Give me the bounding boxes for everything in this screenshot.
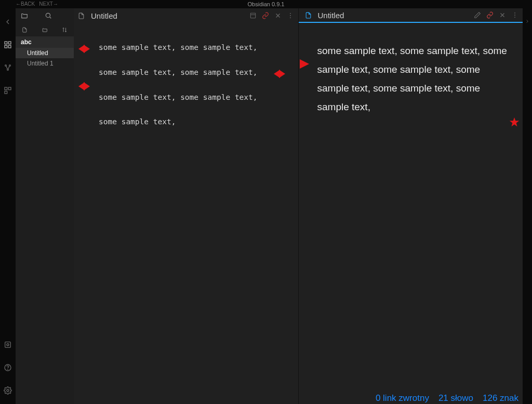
editor-line[interactable]: some sample text, some sample text, — [99, 67, 293, 79]
status-backlinks[interactable]: 0 link zwrotny — [376, 393, 429, 403]
svg-line-7 — [6, 66, 8, 69]
svg-rect-11 — [5, 91, 7, 94]
svg-rect-1 — [8, 42, 11, 44]
annotation-arrow — [300, 59, 309, 69]
right-ribbon — [523, 8, 532, 404]
editor-header: Untitled — [74, 8, 298, 23]
file-explorer: abc Untitled Untitled 1 — [16, 8, 74, 404]
chevron-right-icon[interactable] — [525, 19, 530, 24]
more-options-icon[interactable] — [511, 11, 518, 19]
file-item[interactable]: Untitled — [16, 48, 74, 58]
editor-body[interactable]: some sample text, some sample text, some… — [74, 23, 298, 404]
preview-text: some sample text, some sample text, some… — [299, 23, 523, 122]
preview-header: Untitled — [299, 8, 523, 23]
left-ribbon — [0, 8, 16, 404]
svg-rect-3 — [8, 45, 11, 48]
close-pane-icon[interactable] — [274, 12, 282, 19]
svg-point-6 — [7, 69, 9, 71]
close-pane-icon[interactable] — [499, 11, 506, 19]
svg-point-13 — [7, 344, 9, 346]
svg-rect-12 — [5, 342, 11, 348]
svg-point-30 — [514, 17, 515, 18]
files-tab-icon[interactable] — [21, 12, 28, 19]
title-bar: ←BACK NEXT→ Obsidian 0.9.1 — [0, 0, 532, 8]
search-tab-icon[interactable] — [45, 12, 52, 19]
preview-mode-icon[interactable] — [249, 12, 257, 19]
command-palette-icon[interactable] — [4, 86, 12, 95]
link-pane-icon[interactable] — [262, 12, 269, 19]
nav-next[interactable]: NEXT→ — [39, 1, 58, 7]
editor-line[interactable]: some sample text, some sample text, — [99, 42, 293, 54]
vault-icon[interactable] — [4, 341, 12, 349]
more-options-icon[interactable] — [287, 12, 294, 19]
editor-line[interactable]: some sample text, some sample text, — [99, 92, 293, 104]
svg-point-23 — [290, 13, 291, 14]
preview-body[interactable]: some sample text, some sample text, some… — [299, 23, 523, 404]
svg-rect-0 — [5, 42, 7, 44]
svg-point-24 — [290, 15, 291, 16]
status-words: 21 słowo — [438, 393, 473, 403]
settings-icon[interactable] — [4, 386, 12, 395]
document-icon — [78, 12, 85, 19]
status-bar: 0 link zwrotny 21 słowo 126 znak — [376, 393, 518, 404]
file-item[interactable]: Untitled 1 — [16, 58, 74, 69]
app-title: Obsidian 0.9.1 — [248, 1, 285, 7]
edit-mode-icon[interactable] — [474, 11, 481, 19]
svg-point-15 — [8, 369, 8, 370]
document-icon — [305, 12, 312, 19]
nav-back[interactable]: ←BACK — [16, 1, 35, 7]
svg-point-25 — [290, 17, 291, 18]
new-folder-icon[interactable] — [42, 27, 48, 33]
annotation-star — [509, 116, 520, 128]
help-icon[interactable] — [4, 363, 12, 372]
svg-line-18 — [50, 17, 51, 19]
svg-point-17 — [46, 13, 50, 17]
svg-point-28 — [514, 12, 515, 14]
chevron-left-icon[interactable] — [4, 18, 12, 26]
workspace: Untitled some sample text, some — [74, 8, 523, 404]
svg-rect-9 — [5, 87, 7, 90]
graph-icon[interactable] — [4, 63, 12, 72]
quick-switcher-icon[interactable] — [4, 41, 12, 49]
editor-title: Untitled — [88, 11, 244, 20]
link-pane-icon[interactable] — [486, 11, 494, 19]
svg-rect-10 — [8, 87, 11, 90]
vault-name[interactable]: abc — [16, 36, 74, 48]
new-note-icon[interactable] — [22, 27, 28, 33]
svg-point-29 — [514, 15, 515, 16]
status-chars: 126 znak — [483, 393, 518, 403]
editor-line[interactable]: some sample text, — [99, 116, 293, 128]
svg-point-16 — [7, 389, 9, 392]
sort-icon[interactable] — [62, 27, 68, 33]
editor-pane: Untitled some sample text, some — [74, 8, 298, 404]
svg-rect-19 — [250, 13, 255, 18]
svg-rect-2 — [5, 45, 7, 48]
svg-marker-31 — [509, 118, 518, 126]
preview-pane: Untitled some sample text, some — [298, 8, 523, 404]
svg-line-8 — [8, 66, 10, 69]
preview-title: Untitled — [315, 11, 469, 20]
